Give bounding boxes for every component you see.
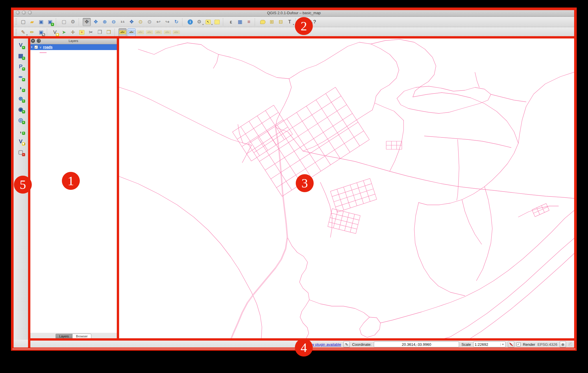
save-project-as-button[interactable]: ▣+: [46, 18, 54, 26]
toolbar-separator: [79, 18, 81, 26]
toolbar-separator: [47, 29, 49, 36]
text-annotation-dropdown-icon[interactable]: ▾: [293, 23, 294, 26]
roads-layer-geometry: [118, 38, 575, 340]
tab-layers[interactable]: Layers: [56, 334, 72, 339]
zoom-in-button[interactable]: ⊕: [101, 18, 109, 26]
identify-features-button[interactable]: i: [186, 18, 194, 26]
run-feature-action-dropdown-icon[interactable]: ▾: [202, 23, 204, 26]
zoom-next-button[interactable]: ↪: [163, 18, 171, 26]
composer-manager-button[interactable]: ⚙: [69, 18, 77, 26]
select-features-dropdown-icon[interactable]: ▾: [211, 23, 212, 26]
field-calculator-button[interactable]: ε: [227, 18, 235, 26]
zoom-to-selection-button[interactable]: ⊙: [136, 18, 145, 26]
open-project-button[interactable]: ▰: [28, 18, 36, 26]
statistical-summary-button[interactable]: ≡: [245, 18, 253, 26]
expander-icon[interactable]: ▼: [30, 46, 33, 49]
new-print-composer-button[interactable]: ▢: [60, 18, 68, 26]
map-tips-button[interactable]: [259, 18, 267, 26]
stop-render-icon[interactable]: ✎: [508, 341, 514, 348]
save-project-icon: ▣: [39, 19, 43, 24]
add-delimited-text-layer-button[interactable]: ,+: [16, 126, 25, 135]
panel-close-icon[interactable]: ✕: [31, 39, 35, 43]
help-button[interactable]: ?: [299, 18, 308, 26]
toolbar-separator: [56, 18, 58, 26]
refresh-button[interactable]: ↻: [172, 18, 180, 26]
save-layer-edits-button[interactable]: ▣✎: [37, 28, 45, 36]
add-vector-layer-button[interactable]: V+: [16, 41, 25, 49]
paste-features-button[interactable]: ❒: [105, 28, 113, 36]
add-postgis-layer-button[interactable]: P+: [16, 62, 25, 71]
coordinate-field[interactable]: 20.3614,-33.9960: [374, 341, 459, 347]
plugin-pen-icon[interactable]: ✎: [343, 341, 350, 348]
show-bookmarks-button[interactable]: ⊟: [277, 18, 285, 26]
attribute-table-button[interactable]: ▦: [236, 18, 244, 26]
node-tool-button[interactable]: ✛: [69, 28, 77, 36]
crs-globe-icon[interactable]: ⊕: [560, 341, 566, 348]
add-wcs-layer-button[interactable]: ◉+: [16, 105, 25, 113]
select-features-icon: ↖: [206, 20, 211, 24]
select-features-button[interactable]: ↖▾: [204, 18, 212, 26]
tab-browser[interactable]: Browser: [72, 334, 91, 339]
pan-map-button[interactable]: ✥: [83, 18, 91, 26]
add-wcs-layer-badge-icon: +: [22, 110, 25, 113]
zoom-last-button[interactable]: ↩: [154, 18, 162, 26]
add-wms-layer-button[interactable]: ⊛+: [16, 94, 25, 103]
run-feature-action-icon: ⚙: [197, 19, 201, 24]
zoom-native-button[interactable]: 1:1: [119, 18, 127, 26]
map-canvas[interactable]: [118, 38, 575, 340]
zoom-full-button[interactable]: ✥: [127, 18, 136, 26]
save-project-button[interactable]: ▣: [37, 18, 45, 26]
remove-layer-button[interactable]: ▢−: [16, 148, 25, 156]
move-feature-button[interactable]: ➤: [60, 28, 68, 36]
scale-combobox[interactable]: 1:22692 ▼: [473, 341, 506, 347]
new-bookmark-button[interactable]: ⊞: [268, 18, 276, 26]
vector-layer-icon: ∨: [39, 45, 42, 49]
add-raster-layer-button[interactable]: ▦+: [16, 51, 25, 60]
layer-list[interactable]: ▼ ✓ ∨ roads: [29, 44, 118, 333]
panel-float-icon[interactable]: ❐: [37, 39, 41, 43]
toolbar-drag-handle[interactable]: [15, 29, 17, 36]
resize-grip[interactable]: [568, 342, 572, 346]
render-label: Render: [523, 342, 535, 347]
minimize-window-icon[interactable]: [22, 11, 26, 14]
add-mssql-layer-button[interactable]: ◗+: [16, 83, 25, 92]
label-settings-button[interactable]: abc: [127, 28, 136, 36]
text-annotation-button[interactable]: T▾: [286, 18, 294, 26]
close-window-icon[interactable]: [16, 11, 20, 14]
whats-this-button[interactable]: ↖?: [308, 18, 317, 26]
zoom-native-icon: 1:1: [121, 21, 124, 23]
deselect-features-button[interactable]: [213, 18, 221, 26]
current-edits-dropdown-icon[interactable]: ▾: [26, 34, 27, 36]
layer-visibility-checkbox[interactable]: ✓: [34, 45, 38, 49]
layer-row-roads[interactable]: ▼ ✓ ∨ roads: [29, 44, 118, 50]
labeling-button[interactable]: abc: [119, 28, 127, 36]
cut-features-button[interactable]: ✂: [87, 28, 95, 36]
zoom-to-layer-button[interactable]: ⊙: [145, 18, 154, 26]
copy-features-button[interactable]: ❐: [96, 28, 104, 36]
zoom-out-button[interactable]: ⊖: [110, 18, 118, 26]
delete-selected-button[interactable]: ✕: [78, 28, 86, 36]
toolbar-separator: [182, 18, 184, 26]
main-toolbar: ▢▰▣▣+▢⚙✥✥⊕⊖1:1✥⊙⊙↩↪↻i⚙▾↖▾ε▦≡⊞⊟T▾?↖?: [12, 17, 575, 27]
layers-panel: ✕ ❐ Layers ▼ ✓ ∨ roads Layers Browser: [29, 38, 118, 340]
cut-features-icon: ✂: [89, 30, 93, 35]
toggle-editing-button[interactable]: ✏: [28, 28, 36, 36]
scale-dropdown-icon[interactable]: ▼: [500, 343, 504, 346]
toolbar-drag-handle[interactable]: [15, 19, 17, 25]
add-feature-button[interactable]: V✱: [51, 28, 59, 36]
add-wfs-layer-button[interactable]: ◎+: [16, 115, 25, 124]
layers-panel-header[interactable]: ✕ ❐ Layers: [29, 38, 118, 44]
current-edits-button[interactable]: ✎▾: [19, 28, 27, 36]
new-plugin-link[interactable]: new plugin available: [307, 342, 341, 347]
new-shapefile-layer-dropdown-icon[interactable]: ▾: [24, 143, 25, 145]
paste-features-icon: ❒: [106, 30, 111, 35]
add-spatialite-layer-button[interactable]: ✒+: [16, 73, 25, 81]
zoom-window-icon[interactable]: [28, 11, 32, 14]
title-bar[interactable]: QGIS 2.0.1-Dufour – basic_map: [12, 9, 575, 17]
add-delimited-text-layer-badge-icon: +: [22, 132, 25, 135]
pan-to-selection-button[interactable]: ✥: [92, 18, 100, 26]
render-checkbox[interactable]: ✓: [517, 342, 521, 346]
run-feature-action-button[interactable]: ⚙▾: [195, 18, 203, 26]
new-project-button[interactable]: ▢: [19, 18, 27, 26]
new-shapefile-layer-button[interactable]: V✱▾: [16, 137, 25, 146]
